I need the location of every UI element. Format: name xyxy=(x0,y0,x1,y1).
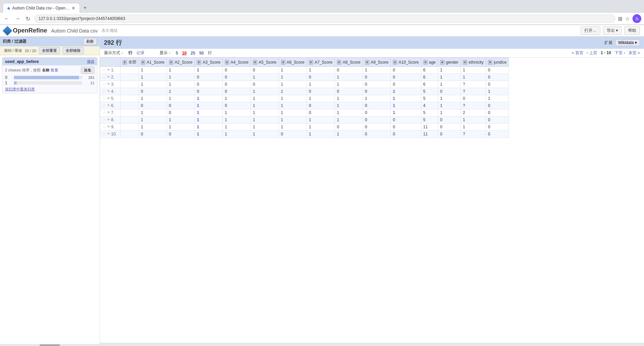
reload-btn[interactable]: ↻ xyxy=(24,15,31,23)
cell-A5: 0 xyxy=(251,81,279,88)
display-5[interactable]: 5 xyxy=(176,51,178,56)
cluster-btn[interactable]: 族集 xyxy=(81,67,94,74)
flag-btn[interactable]: ⚑ xyxy=(107,68,110,72)
cell-gender: 1 xyxy=(438,102,460,109)
col-menu-A10[interactable]: ▾ xyxy=(393,60,397,65)
export-btn[interactable]: 导出 ▾ xyxy=(603,26,622,35)
col-label-all: 全部 xyxy=(128,59,136,65)
cell-A6: 1 xyxy=(279,124,307,131)
flag-btn[interactable]: ⚑ xyxy=(107,125,110,129)
sidebar: 归类 / 过滤器 刷新 撤销 / 重做 20 / 20 全部重置 全部移除 us… xyxy=(0,37,100,346)
horizontal-scrollbar[interactable] xyxy=(100,343,644,346)
expand-btn[interactable]: 扩展 xyxy=(604,40,613,46)
col-menu-all[interactable]: ▾ xyxy=(123,60,127,65)
col-menu-ethnicity[interactable]: ▾ xyxy=(463,60,467,65)
cell-all xyxy=(121,102,139,109)
refresh-btn[interactable]: 刷新 xyxy=(83,38,97,45)
sidebar-scrollbar[interactable] xyxy=(0,344,100,346)
col-menu-A8[interactable]: ▾ xyxy=(337,60,341,65)
display-50[interactable]: 50 xyxy=(199,51,203,56)
star-btn[interactable]: ☆ xyxy=(102,110,106,115)
star-btn[interactable]: ☆ xyxy=(102,75,106,80)
forward-btn[interactable]: → xyxy=(14,15,22,22)
user-avatar[interactable]: 头 xyxy=(632,14,641,23)
star-btn[interactable]: ☆ xyxy=(102,125,106,129)
cell-A2: 1 xyxy=(167,81,195,88)
flag-btn[interactable]: ⚑ xyxy=(107,103,110,108)
col-menu-A6[interactable]: ▾ xyxy=(281,60,285,65)
cell-A5: 0 xyxy=(251,67,279,74)
next-page-btn[interactable]: 下页 › xyxy=(615,50,625,55)
star-btn[interactable]: ☆ xyxy=(102,82,106,87)
flag-btn[interactable]: ⚑ xyxy=(107,75,110,80)
display-10[interactable]: 10 xyxy=(182,51,187,56)
open-btn[interactable]: 打开… xyxy=(581,26,600,35)
facet-edit-link[interactable]: 修改 xyxy=(87,59,94,64)
facet-sort-name[interactable]: 名称 xyxy=(42,68,49,73)
facet-sort-count[interactable]: 数量 xyxy=(51,68,58,73)
facet-sort-label: 2 choices 排序，按照 xyxy=(5,68,41,73)
permalink[interactable]: 永久地址 xyxy=(102,28,118,34)
flag-btn[interactable]: ⚑ xyxy=(107,96,110,101)
star-btn[interactable]: ☆ xyxy=(102,68,106,72)
cell-A8: 1 xyxy=(335,81,363,88)
address-text: 127.0.0.1:3333/project?project=244574405… xyxy=(39,16,611,21)
star-btn[interactable]: ☆ xyxy=(102,89,106,94)
tab-close-btn[interactable]: ✕ xyxy=(71,5,76,11)
facet-title-bar: used_app_before 修改 xyxy=(2,58,97,65)
cell-A2: 1 xyxy=(167,95,195,102)
flag-btn[interactable]: ⚑ xyxy=(107,89,110,94)
col-menu-jundice[interactable]: ▾ xyxy=(488,60,492,65)
flag-btn[interactable]: ⚑ xyxy=(107,132,110,136)
col-menu-age[interactable]: ▾ xyxy=(423,60,428,65)
cell-A6: 1 xyxy=(279,95,307,102)
help-btn[interactable]: 帮助 xyxy=(624,26,640,35)
row-controls-cell: ☆ ⚑ 8. xyxy=(100,116,121,124)
row-num: 7. xyxy=(111,110,116,115)
col-label-A6: A6_Score xyxy=(287,60,305,65)
flag-btn[interactable]: ⚑ xyxy=(107,110,110,115)
remove-all-btn[interactable]: 全部移除 xyxy=(63,47,84,54)
prev-page-btn[interactable]: ‹ 上页 xyxy=(587,50,597,55)
translate-icon[interactable]: ⊞ xyxy=(618,16,622,22)
flag-btn[interactable]: ⚑ xyxy=(107,82,110,87)
last-page-btn[interactable]: 末页 » xyxy=(628,50,640,55)
new-tab-btn[interactable]: + xyxy=(80,3,90,13)
facet-choice-count-1: 11 xyxy=(84,81,94,85)
cell-A3: 1 xyxy=(195,109,223,116)
cell-jundice: 0 xyxy=(486,109,509,116)
col-menu-A2[interactable]: ▾ xyxy=(169,60,173,65)
display-25[interactable]: 25 xyxy=(191,51,195,56)
star-btn[interactable]: ☆ xyxy=(102,132,106,136)
col-label-A9: A9_Score xyxy=(371,60,389,65)
cell-age: 5 xyxy=(421,109,438,116)
col-menu-A3[interactable]: ▾ xyxy=(197,60,201,65)
reset-all-btn[interactable]: 全部重置 xyxy=(39,47,60,54)
row-controls-cell: ☆ ⚑ 5. xyxy=(100,95,121,102)
back-btn[interactable]: ← xyxy=(3,15,11,22)
col-menu-A9[interactable]: ▾ xyxy=(365,60,369,65)
address-bar[interactable]: 127.0.0.1:3333/project?project=244574405… xyxy=(34,15,615,23)
facet-group-link[interactable]: 按归类中量来归类 xyxy=(5,87,94,92)
cell-A5: 1 xyxy=(251,102,279,109)
star-btn[interactable]: ☆ xyxy=(102,96,106,101)
row-num: 5. xyxy=(111,96,116,101)
view-record-link[interactable]: 记录 xyxy=(136,50,145,56)
flag-btn[interactable]: ⚑ xyxy=(107,117,110,122)
star-btn[interactable]: ☆ xyxy=(102,117,106,122)
first-page-btn[interactable]: « 首页 xyxy=(572,50,583,55)
star-icon[interactable]: ☆ xyxy=(625,16,630,22)
active-tab[interactable]: ◆ Autism Child Data csv - Open… ✕ xyxy=(3,3,80,13)
col-menu-A1[interactable]: ▾ xyxy=(141,60,145,65)
facet-choice-1[interactable]: 1 11 xyxy=(5,81,94,85)
facet-choice-0[interactable]: 0 281 xyxy=(5,75,94,80)
col-menu-A5[interactable]: ▾ xyxy=(253,60,257,65)
cell-A8: 1 xyxy=(335,116,363,124)
star-btn[interactable]: ☆ xyxy=(102,103,106,108)
view-row-link[interactable]: 行 xyxy=(128,50,132,56)
col-menu-gender[interactable]: ▾ xyxy=(440,60,445,65)
col-menu-A4[interactable]: ▾ xyxy=(225,60,229,65)
col-menu-A7[interactable]: ▾ xyxy=(309,60,313,65)
row-controls-cell: ☆ ⚑ 6. xyxy=(100,102,121,109)
wikidata-btn[interactable]: Wikidata ▾ xyxy=(615,39,640,46)
